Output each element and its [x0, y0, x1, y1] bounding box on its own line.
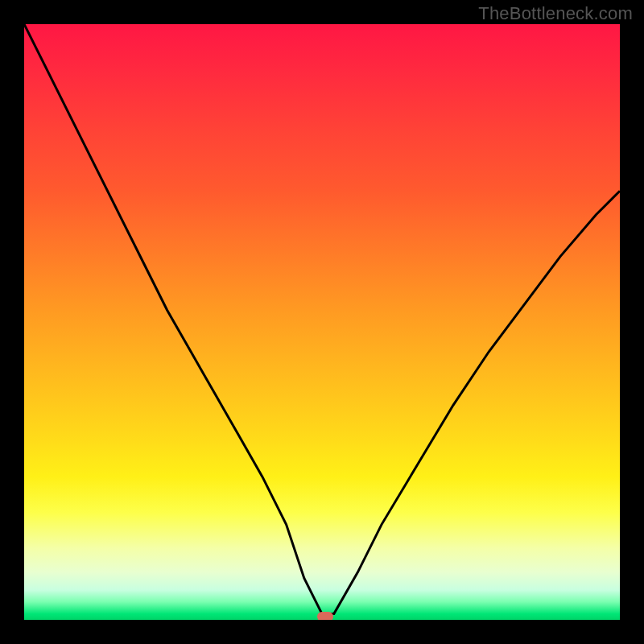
plot-area [24, 24, 620, 620]
watermark-text: TheBottleneck.com [478, 3, 633, 24]
bottleneck-curve [24, 24, 620, 614]
chart-container: TheBottleneck.com [0, 0, 644, 644]
curve-svg [24, 24, 620, 620]
optimal-point-marker [317, 612, 333, 620]
